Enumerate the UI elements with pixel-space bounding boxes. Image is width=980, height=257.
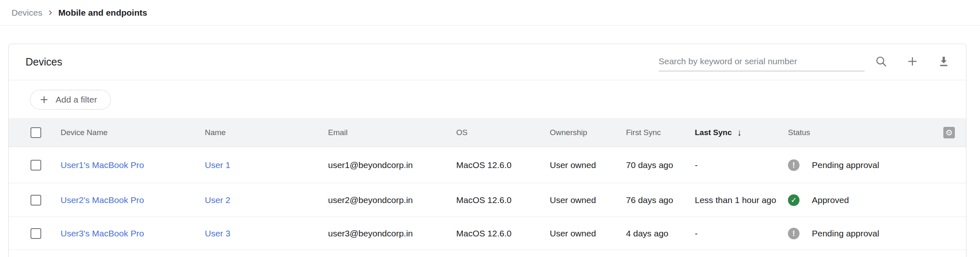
breadcrumb: Devices › Mobile and endpoints <box>0 0 980 26</box>
status-label: Pending approval <box>812 160 879 170</box>
filter-bar: Add a filter <box>9 80 966 118</box>
sort-descending-arrow-icon: ↓ <box>737 127 742 138</box>
status-cell: Approved <box>788 194 849 206</box>
status-approved-icon <box>788 194 799 206</box>
breadcrumb-current-page: Mobile and endpoints <box>58 8 147 18</box>
status-pending-icon <box>788 159 799 171</box>
status-cell: Pending approval <box>788 228 879 239</box>
column-header-ownership[interactable]: Ownership <box>550 128 587 137</box>
column-header-last-sync[interactable]: Last Sync ↓ <box>695 127 742 138</box>
device-name-link[interactable]: User1's MacBook Pro <box>61 160 144 170</box>
mobile-and-endpoints-page: Devices › Mobile and endpoints Devices <box>0 0 980 257</box>
device-name-link[interactable]: User2's MacBook Pro <box>61 195 144 205</box>
ownership-cell: User owned <box>550 229 596 238</box>
user-name-link[interactable]: User 2 <box>205 195 230 205</box>
add-device-button[interactable] <box>904 53 921 70</box>
table-row[interactable]: User3's MacBook Pro User 3 user3@beyondc… <box>9 217 966 250</box>
download-icon <box>937 55 950 68</box>
row-checkbox[interactable] <box>30 195 41 206</box>
page-title: Devices <box>26 44 62 80</box>
ownership-cell: User owned <box>550 160 596 170</box>
chevron-right-icon: › <box>49 7 52 19</box>
user-name-link[interactable]: User 1 <box>205 160 230 170</box>
status-cell: Pending approval <box>788 159 879 171</box>
first-sync-cell: 76 days ago <box>626 195 673 205</box>
add-filter-label: Add a filter <box>56 95 97 105</box>
last-sync-cell: Less than 1 hour ago <box>695 195 776 205</box>
gear-icon: ⚙ <box>945 128 953 137</box>
manage-columns-button[interactable]: ⚙ <box>943 127 955 138</box>
os-cell: MacOS 12.6.0 <box>456 229 511 238</box>
first-sync-cell: 4 days ago <box>626 229 668 238</box>
status-label: Approved <box>812 195 849 205</box>
last-sync-cell: - <box>695 160 698 170</box>
status-pending-icon <box>788 228 799 239</box>
device-name-link[interactable]: User3's MacBook Pro <box>61 229 144 238</box>
row-checkbox[interactable] <box>30 160 41 171</box>
first-sync-cell: 70 days ago <box>626 160 673 170</box>
column-header-device-name[interactable]: Device Name <box>61 128 108 137</box>
last-sync-label: Last Sync <box>695 128 732 137</box>
plus-icon <box>906 55 919 68</box>
column-header-email[interactable]: Email <box>328 128 348 137</box>
table-row[interactable]: User2's MacBook Pro User 2 user2@beyondc… <box>9 183 966 217</box>
row-checkbox[interactable] <box>30 228 41 239</box>
email-cell: user1@beyondcorp.in <box>328 160 413 170</box>
table-header-row: Device Name Name Email OS Ownership Firs… <box>9 118 966 147</box>
breadcrumb-devices-link[interactable]: Devices <box>12 8 42 18</box>
last-sync-cell: - <box>695 229 698 238</box>
select-all-checkbox[interactable] <box>30 127 41 138</box>
search-input[interactable] <box>659 51 865 71</box>
table-body: User1's MacBook Pro User 1 user1@beyondc… <box>9 147 966 250</box>
ownership-cell: User owned <box>550 195 596 205</box>
export-download-button[interactable] <box>935 53 952 70</box>
column-header-status[interactable]: Status <box>788 128 810 137</box>
search-icon <box>874 55 888 68</box>
email-cell: user2@beyondcorp.in <box>328 195 413 205</box>
column-header-os[interactable]: OS <box>456 128 467 137</box>
column-header-name[interactable]: Name <box>205 128 226 137</box>
search-button[interactable] <box>872 53 890 70</box>
table-row[interactable]: User1's MacBook Pro User 1 user1@beyondc… <box>9 147 966 183</box>
card-header: Devices <box>9 44 966 80</box>
os-cell: MacOS 12.6.0 <box>456 160 511 170</box>
column-header-first-sync[interactable]: First Sync <box>626 128 661 137</box>
email-cell: user3@beyondcorp.in <box>328 229 413 238</box>
status-label: Pending approval <box>812 229 879 238</box>
os-cell: MacOS 12.6.0 <box>456 195 511 205</box>
user-name-link[interactable]: User 3 <box>205 229 230 238</box>
add-filter-chip[interactable]: Add a filter <box>30 90 111 110</box>
plus-icon <box>39 94 49 105</box>
devices-card: Devices <box>8 44 966 257</box>
